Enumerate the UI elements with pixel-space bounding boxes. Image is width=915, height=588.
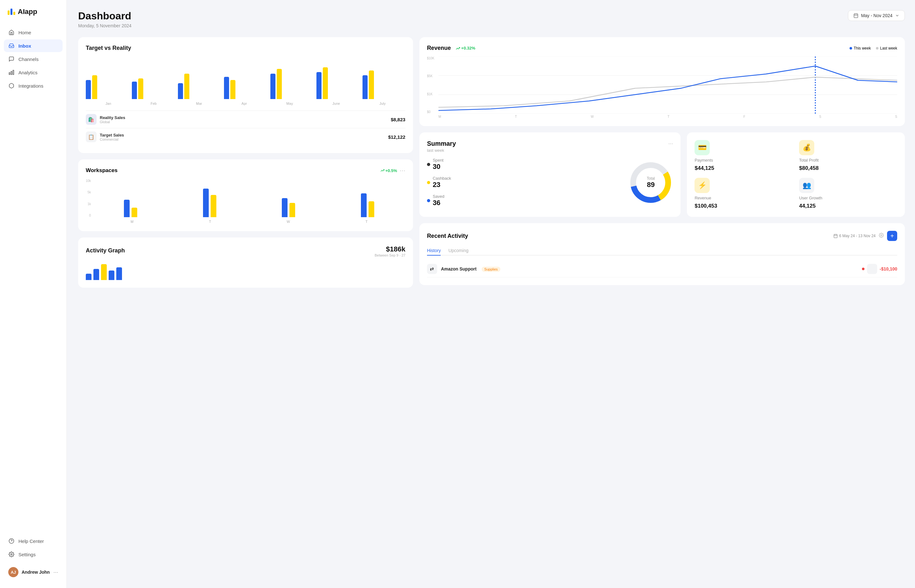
reality-sales-icon: 🛍️ — [86, 114, 97, 125]
header-text: Dashboard Monday, 5 November 2024 — [78, 10, 131, 28]
summary-menu-icon[interactable]: ··· — [668, 141, 673, 147]
sidebar-bottom: Help Center Settings AJ Andrew John ··· — [0, 535, 66, 580]
revenue-chart-area: $10K $5K $1K $0 — [427, 57, 897, 114]
activity-title: Recent Activity — [427, 233, 468, 239]
ws-bar-blue-m — [124, 200, 130, 217]
calendar-icon — [833, 234, 838, 238]
activity-tabs: History Upcoming — [427, 246, 897, 255]
target-vs-reality-card: Target vs Reality — [78, 37, 413, 153]
summary-header: Summary ··· — [427, 140, 673, 147]
reality-sales-sub: Global — [100, 120, 125, 124]
bar-group-apr — [224, 77, 267, 99]
sidebar-item-analytics[interactable]: Analytics — [4, 66, 63, 79]
sidebar-item-help[interactable]: Help Center — [4, 535, 63, 548]
help-icon — [8, 538, 15, 544]
legend-this-week: This week — [850, 46, 871, 50]
cashback-value: 23 — [433, 181, 451, 189]
ws-chart — [93, 179, 405, 217]
workspaces-controls: +0.5% ⋯ — [381, 167, 405, 174]
logo: AIapp — [0, 8, 66, 26]
page-title: Dashboard — [78, 10, 131, 22]
main-content: Dashboard Monday, 5 November 2024 May - … — [67, 0, 915, 588]
bar-blue-feb — [132, 82, 137, 99]
bar-yellow-mar — [184, 74, 189, 99]
user-options-icon[interactable]: ··· — [53, 569, 58, 576]
bar-blue-mar — [178, 83, 183, 99]
svg-rect-1 — [11, 71, 12, 74]
chevron-down-icon — [895, 13, 899, 18]
ag-range: Between Sep 9 - 27 — [374, 254, 405, 257]
bar-yellow-june — [323, 67, 328, 99]
stat-cashback: Cashback 23 — [427, 176, 621, 189]
tvr-chart — [86, 58, 405, 99]
svg-rect-18 — [834, 234, 837, 238]
bar-yellow-feb — [138, 78, 143, 99]
svg-rect-6 — [854, 14, 858, 18]
bar-blue-june — [316, 72, 322, 99]
ws-bar-yellow-m — [131, 208, 137, 217]
revenue-card: Revenue +0.32% This week Last week — [419, 37, 905, 126]
avatar: AJ — [8, 567, 18, 577]
cashback-dot — [427, 181, 430, 184]
revenue-title: Revenue — [427, 45, 451, 52]
summary-body: Spent 30 Cashback 23 — [427, 158, 673, 207]
tvr-title: Target vs Reality — [86, 45, 405, 52]
ws-chart-container: 10k 5k 1k 0 — [86, 179, 405, 223]
sidebar-item-settings[interactable]: Settings — [4, 548, 63, 561]
tab-history[interactable]: History — [427, 246, 441, 255]
tvr-chart-labels: Jan Feb Mar Apr May June July — [86, 102, 405, 105]
activity-date-range: 6 May 24 - 13 Nov 24 — [833, 234, 876, 238]
revenue-icon: ⚡ — [695, 178, 710, 193]
sidebar-item-home[interactable]: Home — [4, 26, 63, 39]
app-name: AIapp — [18, 8, 37, 16]
add-activity-button[interactable]: + — [887, 231, 897, 241]
summary-stats: Spent 30 Cashback 23 — [427, 158, 621, 207]
ws-bar-blue-t1 — [203, 189, 209, 217]
revenue-value: $100,453 — [695, 203, 793, 209]
revenue-x-labels: M T W T F S S — [427, 115, 897, 118]
metric-payments: 💳 Payments $44,125 — [695, 140, 793, 171]
svg-point-22 — [881, 235, 882, 236]
home-icon — [8, 29, 15, 36]
reality-sales-value: $8,823 — [391, 117, 405, 122]
user-profile[interactable]: AJ Andrew John ··· — [4, 564, 63, 580]
profit-icon: 💰 — [799, 140, 814, 155]
activity-item-amazon: ⇄ Amazon Support Supplies -$10,100 — [427, 261, 897, 278]
workspaces-card: Workspaces +0.5% ⋯ 10k 5k 1k 0 — [78, 159, 413, 231]
sidebar-item-inbox[interactable]: Inbox — [4, 39, 63, 52]
last-week-dot — [876, 47, 878, 50]
recent-activity-card: Recent Activity 6 May 24 - 13 Nov 24 + H… — [419, 223, 905, 285]
ag-amount: $186k — [374, 245, 405, 254]
user-name: Andrew John — [22, 570, 50, 575]
main-nav: Home Inbox Channels Analytics Integratio… — [0, 26, 66, 535]
reality-sales-label: Reality Sales — [100, 115, 125, 120]
sidebar-item-integrations[interactable]: Integrations — [4, 79, 63, 92]
saved-dot — [427, 199, 430, 202]
donut-chart: Total 89 — [628, 160, 673, 205]
reality-sales-row: 🛍️ Reality Sales Global $8,823 — [86, 110, 405, 128]
activity-amount: -$10,100 — [880, 267, 897, 271]
tab-upcoming[interactable]: Upcoming — [448, 246, 468, 255]
legend-last-week: Last week — [876, 46, 897, 50]
sidebar-item-channels[interactable]: Channels — [4, 53, 63, 65]
revenue-label: Revenue — [695, 195, 793, 200]
spent-value: 30 — [433, 163, 444, 171]
workspaces-menu-icon[interactable]: ⋯ — [400, 167, 405, 174]
date-range-picker[interactable]: May - Nov 2024 — [848, 10, 905, 21]
bar-group-may — [270, 69, 313, 99]
right-column: Revenue +0.32% This week Last week — [419, 37, 905, 288]
user-growth-label: User Growth — [799, 195, 897, 200]
metric-revenue: ⚡ Revenue $100,453 — [695, 178, 793, 209]
saved-value: 36 — [433, 199, 444, 207]
page-header: Dashboard Monday, 5 November 2024 May - … — [78, 10, 905, 28]
metric-user-growth: 👥 User Growth 44,125 — [799, 178, 897, 209]
spent-dot — [427, 163, 430, 166]
activity-settings-icon[interactable] — [879, 233, 884, 239]
donut-label: Total — [647, 176, 655, 181]
ws-bar-group-m — [93, 200, 168, 217]
logo-bar-blue — [10, 8, 12, 15]
sidebar: AIapp Home Inbox Channels Analytics — [0, 0, 67, 588]
target-sales-sub: Commercial — [100, 137, 124, 141]
ag-bar-4 — [109, 270, 114, 280]
stat-saved: Saved 36 — [427, 194, 621, 207]
